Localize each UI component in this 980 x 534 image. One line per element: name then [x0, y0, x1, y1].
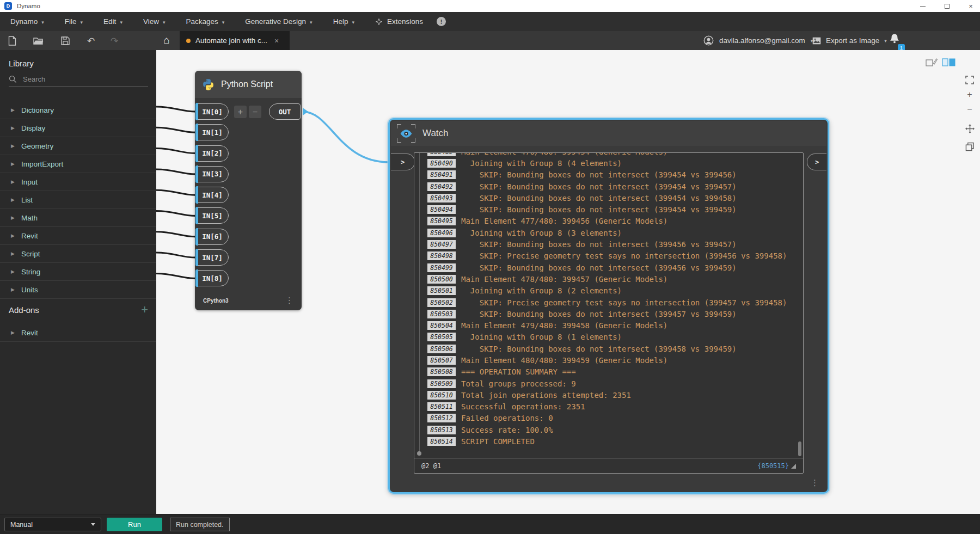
library-search[interactable] [9, 72, 148, 87]
zoom-fit-button[interactable] [965, 75, 975, 85]
open-file-button[interactable] [33, 35, 44, 46]
resize-handle[interactable] [791, 464, 796, 469]
input-port[interactable]: IN[7] [196, 249, 229, 266]
menu-item[interactable]: Help ▾ [323, 12, 365, 31]
line-number-badge: 850500 [427, 275, 456, 284]
library-category[interactable]: Display [0, 119, 156, 137]
minimize-button[interactable] [914, 0, 932, 12]
notifications-button[interactable]: 1 [889, 33, 905, 50]
library-category[interactable]: Revit [0, 227, 156, 245]
watch-input-port[interactable]: > [391, 154, 415, 170]
new-file-button[interactable] [7, 35, 17, 46]
log-text: SKIP: Precise geometry test says no inte… [461, 251, 787, 260]
menu-item[interactable]: Generative Design ▾ [235, 12, 322, 31]
menu-item[interactable]: Packages ▾ [175, 12, 235, 31]
library-category[interactable]: List [0, 191, 156, 209]
item-count: {850515} [757, 462, 789, 470]
library-category[interactable]: Math [0, 209, 156, 227]
log-text: SCRIPT COMPLETED [461, 437, 535, 446]
export-label: Export as Image [826, 36, 879, 45]
expand-caret-icon [11, 233, 15, 238]
pan-icon [965, 124, 975, 133]
library-category[interactable]: Dictionary [0, 101, 156, 119]
log-text: Failed operations: 0 [461, 414, 553, 422]
library-category[interactable]: Input [0, 173, 156, 191]
orbit-button[interactable] [965, 142, 975, 151]
menu-item-extensions[interactable]: Extensions [365, 12, 433, 31]
avatar-icon [703, 35, 714, 46]
menu-item[interactable]: File ▾ [54, 12, 93, 31]
open-folder-icon [33, 36, 44, 45]
export-as-image-button[interactable]: Export as Image ▾ [812, 31, 887, 50]
log-line: 850495 Main Element 477/480: 399456 (Gen… [414, 216, 803, 227]
line-number-badge: 850498 [427, 251, 456, 260]
watch-node[interactable]: Watch > > 850489 Main Element 476/480: 3… [388, 118, 829, 494]
log-line: 850514 SCRIPT COMPLETED [414, 435, 803, 447]
input-port[interactable]: IN[5] [196, 207, 229, 224]
input-port[interactable]: IN[0] [196, 103, 229, 120]
menu-item[interactable]: Dynamo ▾ [0, 12, 54, 31]
node-menu-icon[interactable]: ⋮ [811, 478, 819, 488]
watch-node-header[interactable]: Watch [391, 121, 826, 146]
tab-close-icon[interactable]: × [274, 36, 279, 45]
redo-button[interactable]: ↷ [109, 35, 120, 46]
watch-output-port[interactable]: > [807, 154, 826, 170]
output-connector-icon[interactable] [303, 108, 308, 115]
log-text: Joining with Group 8 (1 elements) [461, 333, 622, 341]
undo-button[interactable]: ↶ [85, 35, 96, 46]
close-button[interactable]: × [961, 0, 980, 12]
node-menu-icon[interactable]: ⋮ [285, 296, 293, 305]
input-port[interactable]: IN[4] [196, 187, 229, 203]
input-port[interactable]: IN[2] [196, 145, 229, 162]
watch-log-viewport[interactable]: 850489 Main Element 476/480: 399454 (Gen… [414, 153, 803, 458]
info-icon[interactable] [437, 17, 446, 26]
window-title: Dynamo [17, 3, 40, 9]
levels-indicator: @2 @1 [421, 462, 441, 470]
home-button[interactable]: ⌂ [161, 34, 172, 45]
expand-caret-icon [11, 179, 15, 185]
zoom-in-button[interactable]: + [965, 90, 975, 100]
line-number-badge: 850499 [427, 263, 456, 272]
add-package-icon[interactable]: + [141, 304, 148, 316]
log-text: SKIP: Bounding boxes do not intersect (3… [461, 240, 737, 249]
library-category[interactable]: Units [0, 281, 156, 299]
library-category[interactable]: Geometry [0, 137, 156, 155]
log-text: Main Element 478/480: 399457 (Generic Mo… [461, 275, 667, 284]
output-port[interactable]: OUT [269, 103, 301, 120]
library-category[interactable]: String [0, 263, 156, 281]
run-button[interactable]: Run [107, 518, 162, 531]
minimize-icon [920, 6, 926, 7]
log-line: 850491 SKIP: Bounding boxes do not inter… [414, 169, 803, 181]
python-node-header[interactable]: Python Script [195, 71, 302, 98]
library-category[interactable]: ImportExport [0, 155, 156, 173]
input-port[interactable]: IN[8] [196, 270, 229, 286]
log-scrollbar-thumb[interactable] [798, 441, 801, 456]
line-number-badge: 850505 [427, 333, 456, 341]
menu-item[interactable]: View ▾ [133, 12, 176, 31]
log-line: 850508 === OPERATION SUMMARY === [414, 366, 803, 378]
input-port[interactable]: IN[6] [196, 229, 229, 245]
python-script-node[interactable]: Python Script IN[0]IN[1]IN[2]IN[3]IN[4]I… [195, 71, 302, 310]
log-text: SKIP: Precise geometry test says no inte… [461, 298, 787, 307]
run-mode-select[interactable]: Manual [4, 518, 101, 531]
search-input[interactable] [23, 75, 132, 83]
log-line: 850504 Main Element 479/480: 399458 (Gen… [414, 320, 803, 331]
zoom-out-button[interactable]: − [965, 105, 975, 114]
maximize-button[interactable] [938, 0, 956, 12]
geometry-preview-toggle[interactable] [926, 58, 938, 69]
menu-item[interactable]: Edit ▾ [93, 12, 133, 31]
add-input-button[interactable]: + [234, 106, 247, 118]
graph-view-toggle[interactable] [942, 58, 956, 69]
input-port[interactable]: IN[1] [196, 124, 229, 140]
remove-input-button[interactable]: − [249, 106, 261, 118]
expand-caret-icon [11, 287, 15, 292]
library-category[interactable]: Script [0, 245, 156, 263]
addons-category[interactable]: Revit [0, 324, 156, 342]
workspace-tab[interactable]: Automate join with c... × [180, 31, 290, 50]
save-button[interactable] [60, 35, 71, 46]
input-port[interactable]: IN[3] [196, 166, 229, 182]
log-line: 850502 SKIP: Precise geometry test says … [414, 297, 803, 308]
account-menu[interactable]: davila.alfonso@gmail.com ▾ [703, 31, 813, 50]
pan-button[interactable] [965, 124, 975, 133]
library-categories: Dictionary Display Geometry ImportExport… [0, 101, 156, 299]
